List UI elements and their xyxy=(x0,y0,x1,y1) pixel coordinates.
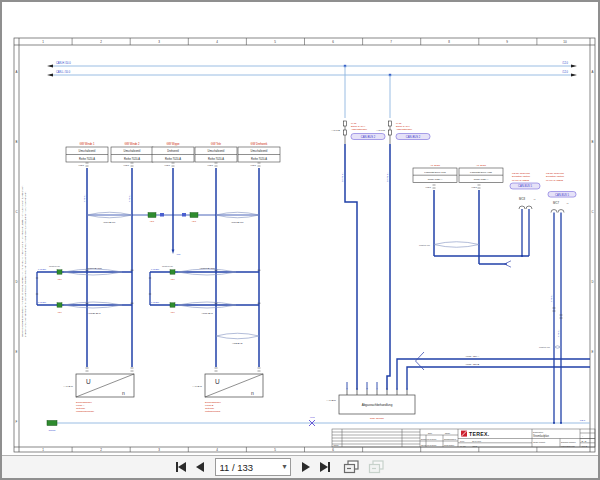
previous-page-button[interactable] xyxy=(196,461,204,473)
drop-tag: -A1.K13 xyxy=(376,129,386,132)
col-label: 9 xyxy=(506,40,508,44)
canbus-pill: CAN-BUS 2 xyxy=(361,135,376,139)
col-label: 1 xyxy=(42,40,44,44)
channel-red-label: GW Wippe xyxy=(167,142,180,146)
tp-loop-group-1: +W180-BH180 +W120-BH1 Twisted Pair X2:1 … xyxy=(37,265,132,315)
row-label: D xyxy=(591,280,593,284)
sensor-u: U xyxy=(215,378,220,385)
terminal-label: X2:1 xyxy=(170,311,175,313)
last-page-arrow-icon xyxy=(320,462,328,472)
junction-marks xyxy=(36,270,261,303)
page-number-input[interactable] xyxy=(216,461,276,473)
col-label: 5 xyxy=(274,40,276,44)
viewer-navbar: ▾ xyxy=(2,455,598,478)
valve-channels: GW Winde 1 GW Winde 2 GW Wippe GW Tele G… xyxy=(66,142,280,367)
next-view-button[interactable] xyxy=(368,461,385,473)
row-label: E xyxy=(16,350,18,354)
terminal-block xyxy=(57,270,62,274)
tp-row-3: +W2-BH2 xyxy=(216,333,259,345)
can-bus-lines: CAN-H /10.0 CAN-L /10.0 /12.0 /12.0 xyxy=(47,61,577,118)
first-page-button[interactable] xyxy=(176,461,186,473)
terminal-label: X2:1 xyxy=(170,278,175,280)
svg-text:Weitergabe sowie Vervielfältig: Weitergabe sowie Vervielfältigung dieser… xyxy=(21,185,26,337)
wire-size-label: 0.75 BU xyxy=(38,268,46,270)
tp-label: +W11-BH1 xyxy=(201,312,213,315)
ruler-ticks xyxy=(72,38,537,452)
desc-label: Description xyxy=(533,431,543,433)
tp-loop-group-2: +W181-BH181 +W11-BH1 Twisted Pair X2:1 X… xyxy=(150,265,259,315)
mc-connectors: US-Niv Regelung Drehstuhl (Option LF4W) … xyxy=(510,172,576,423)
channel-line2: Reihe 7020-A xyxy=(124,157,140,161)
first-page-arrow-icon xyxy=(178,462,186,472)
previous-view-button[interactable] xyxy=(343,461,360,473)
ground-terminal xyxy=(47,421,57,426)
margin-disclaimer: Weitergabe sowie Vervielfältigung dieser… xyxy=(21,185,26,337)
wire-size-label: 2x0.75 BU xyxy=(386,172,388,182)
mc-red-line: LF4W) CANBUS xyxy=(512,179,530,181)
disclaimer-line: Zuwiderhandlungen verpflichten zu Schade… xyxy=(24,191,26,337)
mc-name: MC7 xyxy=(553,201,559,205)
tp-label: +W120-BH1 xyxy=(87,312,101,315)
channel-line2: Reihe 7020-A xyxy=(208,157,224,161)
next-view-icon xyxy=(368,460,385,474)
drop-red-line: Aggregatekabel xyxy=(396,128,413,130)
ground-ref: /12.8 xyxy=(580,419,586,422)
wire-size-label: 0.75 BU xyxy=(83,194,85,202)
row-label: F xyxy=(16,420,18,424)
terminal-block xyxy=(148,213,156,218)
drawn-label: Drawn xyxy=(421,438,426,440)
pdf-viewer-window: { "nav": { "page_value": "11 / 133", "ca… xyxy=(0,0,600,480)
type-value: GHL 090 xyxy=(472,440,482,442)
checked-label: Check xyxy=(421,444,426,446)
page-number-field[interactable]: ▾ xyxy=(215,458,291,476)
next-page-button[interactable] xyxy=(302,461,310,473)
wire-size-label: 2x0.75 BU xyxy=(341,172,343,182)
mc-suffix: +1 xyxy=(566,202,569,204)
pin-label: X02:1 xyxy=(250,164,256,166)
pin-label: X02:1 xyxy=(425,186,431,188)
row-label: B xyxy=(592,140,594,144)
last-page-button[interactable] xyxy=(320,461,330,473)
fuse-symbol xyxy=(160,213,164,217)
terminal-block xyxy=(57,303,62,307)
terminal-block xyxy=(190,213,198,218)
row-label: B xyxy=(16,140,18,144)
canbus-pill: CAN-BUS 5 xyxy=(555,193,569,197)
canbus-pill: CAN-BUS 2 xyxy=(406,135,421,139)
mc-red-line: US-Niv Regelung xyxy=(546,172,564,174)
wire-size-label: 0.75 BU xyxy=(151,268,159,270)
sensor-tag: +A1-B41 xyxy=(192,385,202,388)
dn-label: Drawing number xyxy=(561,441,576,443)
rbox-line2: Reihe 7020-A xyxy=(474,178,489,181)
pin-label: X02:1 xyxy=(471,186,477,188)
tp-caption: Twisted Pair xyxy=(49,265,60,267)
sheet-cell: Bl. 11 xyxy=(582,440,588,442)
title-block: Norm Date Name Drawn Check 11.01.2010 11… xyxy=(332,429,595,447)
dn-value: 01160200/006 xyxy=(561,445,576,447)
rbox-red: AU 15/30 xyxy=(476,164,487,167)
block-red: NOx-Sensor xyxy=(370,417,384,420)
rbox-line1: Kapazität Drive Low xyxy=(424,171,446,174)
desc-value: Stromlaufplan xyxy=(533,434,550,438)
sensor-box-2: U n +A1-B41 Drehzahlgeber Kanal B Getrie… xyxy=(192,368,263,413)
sensor-red-line: Wandlerdrehzahl xyxy=(76,410,94,413)
channel-red-label: GW Drehwerk xyxy=(251,142,269,146)
hline-label: -X08F -118-A xyxy=(465,355,480,358)
kr-value: 4598 xyxy=(472,445,478,447)
ground-label: 31000 xyxy=(49,429,57,432)
bus-label-can-h: CAN-H /10.0 xyxy=(56,61,71,65)
page-dropdown-caret-icon[interactable]: ▾ xyxy=(282,462,286,472)
col-label: 7 xyxy=(390,40,392,44)
rbox-red: AU 15/30 xyxy=(430,164,441,167)
terminal-block xyxy=(170,303,175,307)
terminal-label: X2:1 xyxy=(150,220,155,222)
col-label: 10 xyxy=(563,40,567,44)
pin-label: X02:1 xyxy=(207,164,213,166)
col-label: 3 xyxy=(158,40,160,44)
of-cell: 133 Bl. xyxy=(582,445,589,447)
block-label: Abgasnachbehandlung xyxy=(362,403,393,407)
channel-line1: Umschaltventil xyxy=(79,149,96,153)
channel-line1: Umschaltventil xyxy=(208,149,225,153)
bus-ref-right-1: /12.0 xyxy=(562,61,568,65)
sensor-red-line: Motordrehzahl xyxy=(205,410,221,413)
